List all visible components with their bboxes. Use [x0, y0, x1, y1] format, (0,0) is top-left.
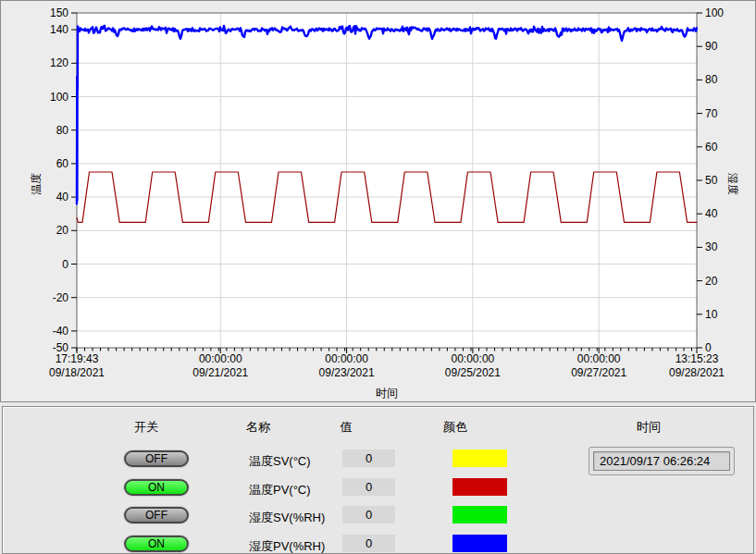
control-panel: 开关 名称 值 颜色 时间 OFF 温度SV(°C) 0 ON 温度PV(°C)…: [2, 406, 754, 554]
svg-text:60: 60: [705, 141, 718, 154]
svg-text:00:00:00: 00:00:00: [325, 352, 368, 365]
svg-text:20: 20: [705, 275, 718, 288]
svg-text:09/23/2021: 09/23/2021: [319, 366, 375, 379]
svg-text:80: 80: [705, 73, 718, 86]
switch-hum-pv[interactable]: ON: [124, 536, 189, 552]
trend-chart-panel: 150140120100806040200-20-40-501009080706…: [0, 0, 756, 402]
value-temp-sv: 0: [342, 449, 395, 467]
color-swatch-temp-sv[interactable]: [452, 449, 507, 467]
svg-text:30: 30: [705, 240, 718, 253]
svg-text:09/28/2021: 09/28/2021: [669, 366, 725, 379]
svg-text:100: 100: [50, 91, 68, 104]
svg-text:09/27/2021: 09/27/2021: [571, 366, 626, 379]
svg-text:00:00:00: 00:00:00: [452, 352, 495, 365]
svg-text:00:00:00: 00:00:00: [199, 352, 242, 365]
svg-text:时间: 时间: [376, 387, 398, 400]
header-color: 颜色: [443, 419, 467, 436]
value-temp-pv: 0: [342, 478, 395, 496]
svg-text:70: 70: [705, 107, 718, 120]
trend-chart: 150140120100806040200-20-40-501009080706…: [1, 1, 756, 403]
svg-text:00:00:00: 00:00:00: [577, 352, 621, 365]
svg-text:09/25/2021: 09/25/2021: [445, 366, 501, 379]
value-hum-sv: 0: [342, 506, 395, 523]
svg-text:90: 90: [705, 40, 718, 53]
svg-text:09/18/2021: 09/18/2021: [49, 366, 105, 379]
svg-text:湿度: 湿度: [726, 172, 739, 195]
svg-text:10: 10: [705, 308, 718, 321]
switch-temp-sv[interactable]: OFF: [124, 450, 189, 467]
svg-text:温度: 温度: [30, 173, 43, 195]
color-swatch-hum-sv[interactable]: [452, 506, 507, 523]
svg-text:150: 150: [50, 6, 68, 19]
svg-text:100: 100: [705, 6, 724, 19]
svg-text:17:19:43: 17:19:43: [56, 352, 99, 365]
svg-text:60: 60: [56, 157, 69, 170]
svg-text:40: 40: [705, 207, 718, 220]
header-time: 时间: [637, 419, 661, 436]
header-name: 名称: [246, 419, 270, 436]
color-swatch-hum-pv[interactable]: [452, 535, 507, 552]
svg-text:80: 80: [56, 124, 69, 137]
switch-hum-sv[interactable]: OFF: [124, 507, 189, 523]
svg-text:0: 0: [62, 258, 68, 271]
header-value: 值: [341, 419, 353, 436]
switch-temp-pv[interactable]: ON: [124, 479, 189, 496]
svg-text:09/21/2021: 09/21/2021: [192, 366, 248, 379]
header-switch: 开关: [134, 419, 158, 436]
svg-text:-20: -20: [53, 291, 69, 304]
svg-text:140: 140: [50, 23, 68, 36]
svg-text:120: 120: [50, 56, 68, 69]
svg-text:-40: -40: [53, 325, 69, 338]
clock-display-frame: 2021/09/17 06:26:24: [589, 447, 735, 475]
svg-text:50: 50: [705, 174, 718, 187]
svg-text:20: 20: [56, 224, 69, 237]
clock-display: 2021/09/17 06:26:24: [593, 451, 730, 471]
svg-text:40: 40: [56, 191, 69, 203]
value-hum-pv: 0: [342, 535, 395, 552]
svg-text:13:15:23: 13:15:23: [675, 352, 719, 365]
color-swatch-temp-pv[interactable]: [452, 478, 507, 496]
